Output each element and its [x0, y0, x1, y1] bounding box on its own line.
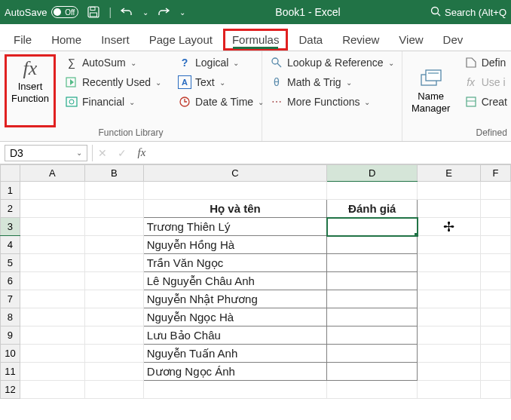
svg-point-3 — [431, 7, 438, 14]
row-header[interactable]: 6 — [1, 272, 20, 290]
create-from-selection-button[interactable]: Creat — [461, 94, 510, 110]
math-trig-button[interactable]: θ Math & Trig⌄ — [267, 74, 397, 90]
cell[interactable]: Nguyễn Hồng Hà — [143, 236, 327, 254]
cell-d2-header[interactable]: Đánh giá — [327, 200, 418, 218]
row-header[interactable]: 5 — [1, 254, 20, 272]
col-header-a[interactable]: A — [20, 165, 84, 182]
insert-function-button[interactable]: fx Insert Function — [8, 58, 52, 104]
row-header[interactable]: 1 — [1, 182, 20, 200]
text-button[interactable]: A Text⌄ — [175, 74, 267, 90]
cell[interactable] — [327, 345, 418, 363]
tab-developer[interactable]: Dev — [434, 29, 473, 51]
more-functions-button[interactable]: ⋯ More Functions⌄ — [267, 94, 397, 110]
cancel-formula-button: ✕ — [93, 147, 112, 159]
cell[interactable] — [327, 290, 418, 308]
logical-button[interactable]: ? Logical⌄ — [175, 54, 267, 71]
cell[interactable] — [327, 363, 418, 381]
name-box[interactable]: D3 ⌄ — [5, 145, 87, 161]
cell[interactable]: Lê Nguyễn Châu Anh — [143, 272, 327, 290]
cell[interactable]: Trương Thiên Lý — [143, 218, 327, 236]
svg-line-4 — [437, 13, 440, 16]
recent-icon — [65, 75, 78, 89]
tab-page-layout[interactable]: Page Layout — [140, 29, 222, 51]
row-header[interactable]: 3 — [1, 218, 20, 236]
cursor-icon: ✢ — [443, 219, 454, 235]
window-title: Book1 - Excel — [191, 6, 424, 18]
cell[interactable]: Nguyễn Tuấn Anh — [143, 345, 327, 363]
search-placeholder: Search (Alt+Q — [445, 7, 506, 18]
svg-rect-6 — [66, 97, 77, 106]
cell[interactable] — [327, 236, 418, 254]
group-label-function-library: Function Library — [5, 127, 257, 139]
cell[interactable]: Lưu Bảo Châu — [143, 326, 327, 345]
row-header[interactable]: 11 — [1, 363, 20, 381]
svg-rect-14 — [467, 97, 476, 106]
name-box-dropdown-icon[interactable]: ⌄ — [76, 149, 82, 157]
spreadsheet-grid[interactable]: A B C D E F 1 2 Họ và tên Đánh giá 3 Trư… — [0, 164, 511, 399]
autosum-button[interactable]: ∑ AutoSum⌄ — [62, 54, 164, 71]
row-header[interactable]: 12 — [1, 381, 20, 399]
cell[interactable]: Nguyễn Ngọc Hà — [143, 308, 327, 326]
undo-icon[interactable] — [118, 3, 136, 21]
fx-icon: fx — [23, 58, 38, 80]
datetime-button[interactable]: Date & Time⌄ — [175, 94, 267, 110]
use-in-formula-button[interactable]: fx Use i — [461, 74, 510, 90]
tab-review[interactable]: Review — [333, 29, 388, 51]
insert-function-label-1: Insert — [18, 81, 43, 92]
lookup-reference-button[interactable]: Lookup & Reference⌄ — [267, 54, 397, 71]
cell[interactable] — [327, 308, 418, 326]
tab-data[interactable]: Data — [289, 29, 332, 51]
ribbon-tabs: File Home Insert Page Layout Formulas Da… — [0, 24, 511, 51]
name-manager-button[interactable]: Name Manager — [407, 54, 455, 127]
col-header-d[interactable]: D — [327, 165, 418, 182]
col-header-b[interactable]: B — [84, 165, 143, 182]
cell[interactable]: Trần Văn Ngọc — [143, 254, 327, 272]
redo-icon[interactable] — [155, 3, 173, 21]
cell-c2-header[interactable]: Họ và tên — [143, 200, 327, 218]
tab-file[interactable]: File — [5, 29, 41, 51]
theta-icon: θ — [270, 75, 283, 89]
recently-used-button[interactable]: Recently Used⌄ — [62, 74, 164, 90]
save-icon[interactable] — [84, 3, 103, 21]
tab-formulas[interactable]: Formulas — [223, 29, 289, 51]
create-icon — [464, 95, 478, 109]
cell-d3-selected[interactable] — [327, 218, 418, 236]
name-box-value: D3 — [10, 147, 23, 159]
tab-insert[interactable]: Insert — [92, 29, 139, 51]
svg-rect-2 — [90, 13, 97, 17]
fx-small-icon: fx — [464, 75, 478, 89]
row-header[interactable]: 2 — [1, 200, 20, 218]
lookup-icon — [270, 56, 283, 69]
search-box[interactable]: Search (Alt+Q — [430, 6, 506, 19]
formula-input[interactable] — [151, 145, 511, 161]
row-header[interactable]: 7 — [1, 290, 20, 308]
col-header-f[interactable]: F — [481, 165, 511, 182]
tab-view[interactable]: View — [390, 29, 432, 51]
qat-customize-icon[interactable]: ⌄ — [179, 8, 185, 17]
financial-button[interactable]: Financial⌄ — [62, 94, 164, 110]
autosave-switch-icon[interactable]: Off — [51, 6, 78, 18]
cell[interactable]: Nguyễn Nhật Phương — [143, 290, 327, 308]
undo-dropdown-icon[interactable]: ⌄ — [142, 8, 148, 17]
ribbon: fx Insert Function ∑ AutoSum⌄ Recently U… — [0, 51, 511, 142]
title-bar: AutoSave Off | ⌄ ⌄ Book1 - Excel Search … — [0, 0, 511, 24]
col-header-c[interactable]: C — [143, 165, 327, 182]
more-icon: ⋯ — [270, 95, 283, 109]
column-headers: A B C D E F — [1, 165, 511, 182]
autosave-toggle[interactable]: AutoSave Off — [5, 6, 78, 18]
select-all-corner[interactable] — [1, 165, 20, 182]
fx-formula-icon[interactable]: fx — [132, 146, 151, 159]
svg-rect-12 — [426, 70, 441, 81]
tab-home[interactable]: Home — [42, 29, 90, 51]
cell[interactable] — [327, 254, 418, 272]
sigma-icon: ∑ — [65, 56, 78, 69]
define-name-button[interactable]: Defin — [461, 54, 510, 71]
row-header[interactable]: 10 — [1, 345, 20, 363]
cell[interactable]: Dương Ngọc Ánh — [143, 363, 327, 381]
row-header[interactable]: 8 — [1, 308, 20, 326]
row-header[interactable]: 9 — [1, 326, 20, 345]
cell[interactable] — [327, 272, 418, 290]
cell[interactable] — [327, 326, 418, 345]
col-header-e[interactable]: E — [418, 165, 481, 182]
row-header[interactable]: 4 — [1, 236, 20, 254]
